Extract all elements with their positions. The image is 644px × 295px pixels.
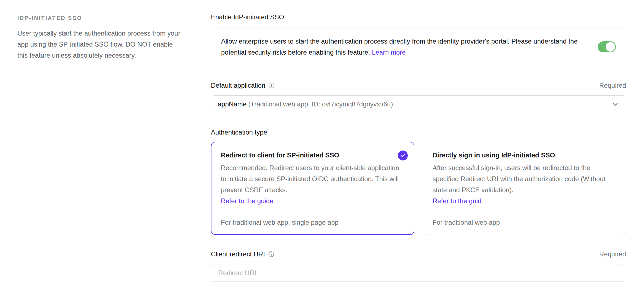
option-description: Recommended. Redirect users to your clie… — [221, 162, 404, 195]
default-application-label: Default application — [211, 82, 265, 89]
section-sidebar: IDP-INITIATED SSO User typically start t… — [17, 11, 181, 295]
option-title: Directly sign in using IdP-initiated SSO — [433, 150, 616, 161]
field-default-application: Default application Required appName (Tr… — [211, 81, 626, 113]
client-redirect-uri-input[interactable] — [218, 269, 619, 277]
option-footnote: For traditional web app — [433, 217, 616, 228]
chevron-down-icon — [611, 100, 619, 108]
client-redirect-uri-label: Client redirect URI — [211, 250, 265, 258]
option-directly-sign-in[interactable]: Directly sign in using IdP-initiated SSO… — [423, 142, 626, 235]
toggle-knob — [606, 42, 615, 52]
field-enable-idp-sso: Enable IdP-initiated SSO Allow enterpris… — [211, 13, 626, 66]
check-icon — [400, 153, 406, 158]
info-icon[interactable] — [268, 251, 274, 257]
idp-sso-toggle[interactable] — [598, 41, 616, 52]
option-title: Redirect to client for SP-initiated SSO — [221, 150, 404, 161]
required-badge: Required — [599, 250, 626, 258]
option-redirect-to-client[interactable]: Redirect to client for SP-initiated SSO … — [211, 142, 414, 235]
required-badge: Required — [599, 82, 626, 89]
authentication-type-options: Redirect to client for SP-initiated SSO … — [211, 142, 626, 235]
learn-more-link[interactable]: Learn more — [372, 49, 406, 56]
field-authentication-type: Authentication type Redirect to client f… — [211, 128, 626, 235]
default-application-select[interactable]: appName (Traditional web app, ID: ovt7ic… — [211, 95, 626, 113]
selected-check-badge — [398, 151, 408, 160]
refer-to-guide-link[interactable]: Refer to the guid — [433, 195, 481, 206]
settings-form: Enable IdP-initiated SSO Allow enterpris… — [211, 11, 626, 295]
idp-initiated-sso-settings-page: IDP-INITIATED SSO User typically start t… — [0, 0, 644, 295]
enable-idp-sso-description: Allow enterprise users to start the auth… — [221, 36, 589, 58]
option-footnote: For traditional web app, single page app — [221, 217, 404, 228]
authentication-type-label: Authentication type — [211, 128, 267, 136]
default-application-selected-value: appName (Traditional web app, ID: ovt7ic… — [218, 100, 393, 108]
option-description: After successful sign-in, users will be … — [433, 162, 616, 195]
info-icon[interactable] — [269, 82, 275, 88]
enable-idp-sso-label: Enable IdP-initiated SSO — [211, 13, 284, 21]
section-heading: IDP-INITIATED SSO — [17, 15, 181, 21]
section-description: User typically start the authentication … — [17, 28, 181, 61]
refer-to-guide-link[interactable]: Refer to the guide — [221, 195, 273, 206]
enable-idp-sso-card: Allow enterprise users to start the auth… — [211, 28, 626, 66]
client-redirect-uri-input-wrap — [211, 264, 626, 282]
field-client-redirect-uri: Client redirect URI Required — [211, 250, 626, 282]
